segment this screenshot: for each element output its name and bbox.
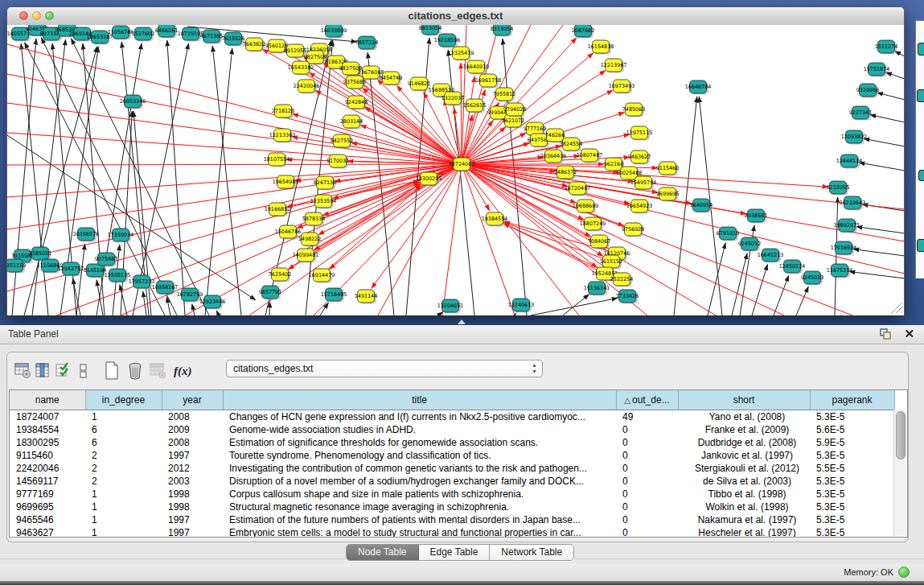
network-node[interactable]: 13204651 — [437, 299, 464, 314]
network-node[interactable]: 9463627 — [628, 150, 651, 165]
network-node[interactable]: 7084067 — [588, 235, 610, 249]
table-row[interactable]: 911546021997Tourette syndrome. Phenomeno… — [10, 449, 894, 462]
network-node[interactable]: 16640910 — [463, 60, 490, 75]
cell[interactable]: 2012 — [162, 462, 223, 475]
network-node[interactable]: 10958167 — [152, 281, 179, 295]
cell[interactable]: 1998 — [162, 501, 223, 513]
network-node[interactable]: 12240613 — [508, 299, 535, 313]
cell[interactable]: 5.3E-5 — [810, 475, 894, 488]
cell[interactable]: 19384554 — [10, 423, 85, 436]
network-node[interactable]: 17016504 — [831, 241, 857, 256]
table-settings-icon[interactable] — [14, 360, 33, 381]
network-node[interactable]: 16961758 — [475, 74, 502, 89]
cell[interactable]: 1 — [85, 513, 162, 526]
network-node[interactable]: 7485063 — [622, 103, 645, 117]
network-node[interactable]: 8427552 — [331, 134, 353, 149]
network-node[interactable]: 1511274 — [875, 40, 897, 55]
cell[interactable]: 0 — [616, 436, 678, 449]
network-node[interactable]: 2087682 — [572, 25, 594, 39]
table-row[interactable]: 969969511998Structural magnetic resonanc… — [10, 501, 894, 513]
import-table-icon[interactable] — [149, 360, 168, 381]
cell[interactable]: Estimation of significance thresholds fo… — [223, 436, 616, 449]
network-node[interactable]: 7663822 — [243, 38, 265, 52]
network-node[interactable]: 16543382 — [288, 61, 314, 76]
table-header-row[interactable]: namein_degreeyeartitle△out_de...shortpag… — [10, 390, 894, 410]
cell[interactable]: Nakamura et al. (1997) — [678, 513, 810, 526]
network-node[interactable]: 8813054 — [419, 25, 441, 36]
cell[interactable]: 0 — [616, 513, 678, 526]
table-panel-titlebar[interactable]: Table Panel ✕ — [0, 325, 924, 344]
table-row[interactable]: 1872400712008Changes of HCN gene express… — [10, 410, 894, 424]
new-document-icon[interactable] — [102, 360, 121, 381]
network-node[interactable]: 22420046 — [294, 80, 320, 94]
network-node[interactable]: 9756928 — [622, 223, 644, 237]
select-columns-icon[interactable] — [34, 360, 53, 381]
cell[interactable]: Corpus callosum shape and size in male p… — [223, 488, 616, 501]
function-builder-icon[interactable]: f(x) — [174, 365, 192, 378]
cell[interactable]: 0 — [616, 423, 678, 436]
delete-trash-icon[interactable] — [125, 360, 145, 381]
window-resize-grip[interactable] — [891, 302, 902, 313]
cell[interactable]: 2009 — [162, 423, 223, 436]
cell[interactable]: 5.3E-5 — [810, 526, 894, 538]
cell[interactable]: de Silva et al. (2003) — [678, 475, 810, 488]
network-node[interactable]: 10688609 — [573, 200, 599, 214]
network-node[interactable]: 9245033 — [801, 271, 823, 286]
network-node[interactable]: 9115460 — [656, 162, 679, 176]
cell[interactable]: 2 — [85, 449, 162, 462]
cell[interactable]: 6 — [85, 436, 162, 449]
network-node[interactable]: 15046786 — [275, 225, 302, 240]
network-node[interactable]: 17359934 — [108, 229, 134, 243]
cell[interactable]: 2 — [85, 475, 162, 488]
cell[interactable]: 0 — [616, 526, 678, 538]
network-node[interactable]: 4671385 — [200, 30, 223, 44]
network-node[interactable]: 12444134 — [836, 154, 863, 169]
cell[interactable]: 18300295 — [10, 436, 85, 449]
window-titlebar[interactable]: citations_edges.txt — [7, 7, 904, 26]
network-node[interactable]: 14099481 — [293, 249, 319, 263]
network-node[interactable]: 20364436 — [540, 150, 567, 164]
network-node[interactable]: 12450124 — [779, 260, 806, 274]
cell[interactable]: Dudbridge et al. (2008) — [678, 436, 810, 449]
network-node[interactable]: 19384554 — [482, 212, 508, 227]
network-node[interactable]: 1640954 — [690, 199, 713, 213]
network-node[interactable]: 8454749 — [380, 72, 402, 86]
cell[interactable]: 5.3E-5 — [810, 488, 894, 501]
node-table-grid[interactable]: namein_degreeyeartitle△out_de...shortpag… — [10, 390, 895, 538]
network-node[interactable]: 12213363 — [269, 129, 296, 143]
column-header-short[interactable]: short — [678, 390, 810, 410]
network-view-window[interactable]: citations_edges.txt 18724007140557149046… — [6, 6, 905, 315]
cell[interactable]: Jankovic et al. (1997) — [678, 449, 810, 462]
cell[interactable]: 9777169 — [10, 488, 85, 501]
cell[interactable]: 1997 — [162, 449, 223, 462]
network-node[interactable]: 15716485 — [321, 288, 347, 303]
cell[interactable]: 1 — [85, 488, 162, 501]
close-panel-icon[interactable]: ✕ — [904, 328, 914, 340]
network-node[interactable]: 1498222 — [298, 233, 321, 247]
cell[interactable]: 18724007 — [10, 410, 85, 424]
cell[interactable]: Disruption of a novel member of a sodium… — [223, 475, 616, 488]
network-node[interactable]: 7625402 — [269, 268, 291, 282]
cell[interactable]: 5.3E-5 — [810, 410, 894, 424]
network-node[interactable]: 12923446 — [199, 295, 226, 310]
network-node[interactable]: 19218596 — [434, 34, 461, 48]
cell[interactable]: Genome-wide association studies in ADHD. — [223, 423, 616, 436]
split-pane-collapse-arrow[interactable] — [458, 319, 466, 324]
cell[interactable]: 14569117 — [10, 475, 85, 488]
cell[interactable]: 9115460 — [10, 449, 85, 462]
cell[interactable]: 22420046 — [10, 462, 85, 475]
column-header-out_de[interactable]: △out_de... — [616, 390, 678, 410]
network-node[interactable]: 9699695 — [656, 187, 679, 202]
cell[interactable]: Yano et al. (2008) — [678, 410, 810, 424]
table-selector-dropdown[interactable]: citations_edges.txt ▲▼ — [226, 360, 543, 377]
network-node[interactable]: 8267130 — [314, 176, 336, 191]
cell[interactable]: 1 — [85, 501, 162, 513]
scrollbar-thumb[interactable] — [896, 411, 906, 459]
cell[interactable]: 2008 — [162, 436, 223, 449]
network-node[interactable]: 1527602 — [132, 27, 154, 42]
network-node[interactable]: 9146821 — [408, 77, 430, 92]
network-node[interactable]: 6466161 — [155, 25, 178, 39]
cell[interactable]: Embryonic stem cells: a model to study s… — [223, 526, 616, 538]
network-node[interactable]: 16033809 — [321, 25, 347, 39]
network-node[interactable]: 1491144 — [355, 290, 377, 304]
